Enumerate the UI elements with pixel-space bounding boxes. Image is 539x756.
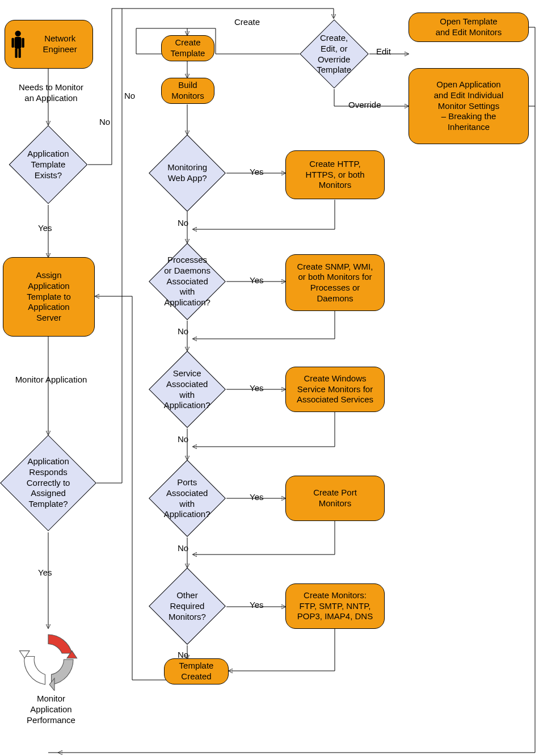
label-no-ports: No bbox=[178, 543, 188, 554]
person-icon bbox=[10, 27, 26, 61]
label-yes-web: Yes bbox=[250, 167, 263, 178]
svg-rect-20 bbox=[15, 37, 22, 49]
decision-processes: Processesor DaemonsAssociated withApplic… bbox=[149, 243, 226, 320]
flowchart-canvas: Network Engineer Needs to Monitoran Appl… bbox=[0, 0, 539, 756]
label-edit: Edit bbox=[376, 47, 391, 57]
label-no-2: No bbox=[124, 91, 135, 102]
decision-ports: PortsAssociated withApplication? bbox=[149, 460, 226, 537]
svg-rect-22 bbox=[22, 38, 24, 48]
label-yes-svc: Yes bbox=[250, 383, 263, 394]
actor-label: Network Engineer bbox=[31, 33, 89, 55]
process-build-monitors: BuildMonitors bbox=[161, 78, 214, 104]
label-yes-proc: Yes bbox=[250, 275, 263, 286]
cycle-icon bbox=[17, 628, 79, 691]
label-override: Override bbox=[348, 100, 381, 111]
decision-template-exists: ApplicationTemplateExists? bbox=[9, 125, 88, 204]
decision-responds: ApplicationRespondsCorrectly toAssignedT… bbox=[0, 435, 96, 531]
label-monitor-app: Monitor Application bbox=[11, 375, 91, 385]
svg-rect-21 bbox=[11, 38, 14, 48]
actor-network-engineer: Network Engineer bbox=[5, 20, 93, 69]
process-create-template: CreateTemplate bbox=[161, 35, 214, 61]
label-no-svc: No bbox=[178, 434, 188, 445]
label-yes-other: Yes bbox=[250, 600, 263, 611]
process-assign-template: AssignApplicationTemplate toApplicationS… bbox=[3, 257, 95, 337]
label-create: Create bbox=[234, 17, 260, 28]
label-no-proc: No bbox=[178, 326, 188, 337]
decision-service: ServiceAssociated withApplication? bbox=[149, 351, 226, 428]
svg-rect-24 bbox=[19, 48, 21, 58]
decision-create-edit-override: Create,Edit, orOverrideTemplate bbox=[300, 19, 369, 89]
process-create-port: Create PortMonitors bbox=[285, 476, 385, 521]
process-create-other: Create Monitors:FTP, SMTP, NNTP,POP3, IM… bbox=[285, 583, 385, 629]
process-create-snmp: Create SNMP, WMI,or both Monitors forPro… bbox=[285, 254, 385, 311]
process-create-win-svc: Create WindowsService Monitors forAssoci… bbox=[285, 367, 385, 412]
process-open-template-edit: Open Templateand Edit Monitors bbox=[409, 12, 529, 42]
label-needs-monitor: Needs to Monitoran Application bbox=[9, 82, 94, 104]
decision-other: Other RequiredMonitors? bbox=[149, 568, 226, 645]
svg-rect-23 bbox=[15, 48, 17, 58]
label-yes-2: Yes bbox=[38, 568, 52, 578]
label-no-web: No bbox=[178, 218, 188, 229]
process-template-created: TemplateCreated bbox=[164, 658, 229, 684]
label-yes-ports: Yes bbox=[250, 492, 263, 503]
label-monitor-perf: MonitorApplicationPerformance bbox=[20, 694, 82, 725]
svg-point-19 bbox=[15, 31, 20, 36]
process-open-app-edit: Open Applicationand Edit IndividualMonit… bbox=[409, 68, 529, 144]
label-no-1: No bbox=[99, 117, 110, 128]
process-create-http: Create HTTP,HTTPS, or bothMonitors bbox=[285, 150, 385, 199]
decision-monitoring-web: MonitoringWeb App? bbox=[149, 135, 226, 212]
label-yes-1: Yes bbox=[38, 223, 52, 234]
